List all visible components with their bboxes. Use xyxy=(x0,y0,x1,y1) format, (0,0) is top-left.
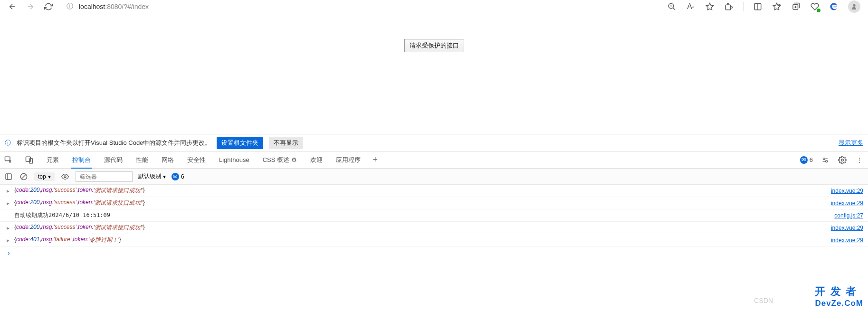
extensions-icon[interactable] xyxy=(724,2,734,11)
ie-mode-icon[interactable] xyxy=(829,2,839,11)
source-link[interactable]: index.vue:29 xyxy=(831,188,863,194)
show-more-link[interactable]: 显示更多 xyxy=(839,139,863,147)
clear-console-icon[interactable] xyxy=(19,172,29,181)
message-badge-icon: ✉ xyxy=(800,156,808,164)
svg-point-10 xyxy=(841,159,844,161)
console-row: ▸ {code: 200, msg: 'success', token: '测试… xyxy=(0,197,868,209)
live-expression-icon[interactable] xyxy=(60,172,70,181)
back-button[interactable] xyxy=(8,2,17,11)
forward-button[interactable] xyxy=(26,2,35,11)
console-row: ▸ {code: 200, msg: 'success', token: '测试… xyxy=(0,222,868,234)
log-level-selector[interactable]: 默认级别▾ xyxy=(138,172,166,180)
tab-lighthouse[interactable]: Lighthouse xyxy=(218,152,250,167)
tab-application[interactable]: 应用程序 xyxy=(335,152,362,168)
expand-icon[interactable]: ▸ xyxy=(7,237,10,244)
context-selector[interactable]: top▾ xyxy=(34,172,55,181)
svg-point-4 xyxy=(853,4,855,6)
console-filter-input[interactable] xyxy=(76,171,133,182)
devze-watermark: 开 发 者 DevZe.CoM xyxy=(815,284,863,308)
console-sidebar-toggle-icon[interactable] xyxy=(4,172,13,181)
console-row: 自动续期成功2024/6/10 16:51:09 config.js:27 xyxy=(0,209,868,222)
svg-point-9 xyxy=(826,160,828,162)
console-message[interactable]: {code: 200, msg: 'success', token: '测试请求… xyxy=(14,224,831,232)
infobar-text: 标识项目的根文件夹以打开Visual Studio Code中的源文件并同步更改… xyxy=(17,139,211,147)
dont-show-button[interactable]: 不再显示 xyxy=(269,137,303,149)
tab-performance[interactable]: 性能 xyxy=(135,152,149,168)
console-message[interactable]: {code: 200, msg: 'success', token: '测试请求… xyxy=(14,187,831,195)
svg-point-13 xyxy=(64,176,66,178)
tab-elements[interactable]: 元素 xyxy=(46,152,60,168)
expand-icon[interactable]: ▸ xyxy=(7,200,10,207)
expand-icon[interactable]: ▸ xyxy=(7,225,10,231)
performance-icon[interactable] xyxy=(810,2,820,11)
csdn-watermark: CSDN xyxy=(754,297,773,304)
svg-point-8 xyxy=(823,158,825,160)
console-prompt[interactable]: › xyxy=(0,246,868,260)
svg-rect-1 xyxy=(725,5,731,10)
svg-rect-6 xyxy=(26,157,31,161)
info-icon: ⓘ xyxy=(5,139,11,147)
read-aloud-icon[interactable]: A» xyxy=(686,2,696,11)
console-row: ▸ {code: 200, msg: 'success', token: '测试… xyxy=(0,185,868,197)
refresh-button[interactable] xyxy=(44,2,53,11)
favorite-icon[interactable] xyxy=(705,2,715,11)
page-viewport: 请求受保护的接口 xyxy=(0,13,868,134)
svg-rect-5 xyxy=(5,157,10,161)
tab-sources[interactable]: 源代码 xyxy=(103,152,124,168)
settings-icon2[interactable] xyxy=(820,155,830,165)
inspect-element-icon[interactable] xyxy=(4,155,13,165)
set-root-folder-button[interactable]: 设置根文件夹 xyxy=(217,137,263,149)
profile-icon[interactable] xyxy=(848,0,860,13)
site-info-icon[interactable]: ⓘ xyxy=(67,2,73,11)
console-output: ▸ {code: 200, msg: 'success', token: '测试… xyxy=(0,184,868,246)
zoom-icon[interactable] xyxy=(667,2,677,11)
message-badge-icon: ✉ xyxy=(172,173,179,180)
add-tab-icon[interactable]: + xyxy=(373,155,378,165)
more-icon[interactable]: ⋮ xyxy=(855,155,864,165)
browser-toolbar: ⓘ localhost:8080/?#/index A» xyxy=(0,0,868,13)
source-link[interactable]: index.vue:29 xyxy=(831,225,863,231)
console-toolbar: top▾ 默认级别▾ ✉6 xyxy=(0,168,868,184)
tab-security[interactable]: 安全性 xyxy=(186,152,207,168)
tab-network[interactable]: 网络 xyxy=(161,152,175,168)
collections-icon[interactable] xyxy=(791,2,801,11)
url-bar[interactable]: ⓘ localhost:8080/?#/index xyxy=(62,1,658,12)
tab-welcome[interactable]: 欢迎 xyxy=(309,152,324,168)
source-link[interactable]: index.vue:29 xyxy=(831,200,863,207)
tab-css-overview[interactable]: CSS 概述 ⚙ xyxy=(262,152,298,168)
source-folder-infobar: ⓘ 标识项目的根文件夹以打开Visual Studio Code中的源文件并同步… xyxy=(0,134,868,151)
source-link[interactable]: index.vue:29 xyxy=(831,237,863,244)
favorites-bar-icon[interactable] xyxy=(772,2,782,11)
divider xyxy=(743,2,744,11)
devtools-tab-bar: 元素 控制台 源代码 性能 网络 安全性 Lighthouse CSS 概述 ⚙… xyxy=(0,151,868,168)
svg-rect-7 xyxy=(29,159,33,163)
gear-icon[interactable] xyxy=(838,155,847,165)
console-message-count[interactable]: ✉6 xyxy=(172,173,184,180)
source-link[interactable]: config.js:27 xyxy=(834,212,863,219)
expand-icon[interactable]: ▸ xyxy=(7,188,10,194)
request-protected-api-button[interactable]: 请求受保护的接口 xyxy=(404,39,464,52)
url-text: localhost:8080/?#/index xyxy=(79,3,149,10)
svg-rect-11 xyxy=(6,174,11,180)
issues-indicator[interactable]: ✉6 xyxy=(800,156,813,164)
console-message[interactable]: {code: 401, msg: 'failure', token: '令牌过期… xyxy=(14,236,831,244)
console-message: 自动续期成功2024/6/10 16:51:09 xyxy=(14,211,834,219)
split-screen-icon[interactable] xyxy=(753,2,763,11)
tab-console[interactable]: 控制台 xyxy=(71,152,92,168)
console-row: ▸ {code: 401, msg: 'failure', token: '令牌… xyxy=(0,234,868,246)
console-message[interactable]: {code: 200, msg: 'success', token: '测试请求… xyxy=(14,199,831,207)
device-toggle-icon[interactable] xyxy=(25,155,34,165)
toolbar-icons: A» xyxy=(667,0,860,13)
